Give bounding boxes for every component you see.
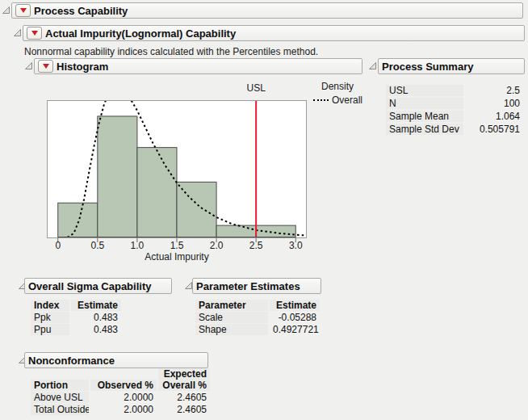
process-capability-header[interactable]: Process Capability: [11, 2, 523, 19]
histogram-bar[interactable]: [177, 182, 216, 237]
index-label: Ppk: [31, 312, 69, 323]
summary-row-label: Sample Std Dev: [386, 124, 463, 135]
x-axis-title: Actual Impurity: [47, 251, 307, 262]
summary-row-value: 2.5: [463, 85, 523, 96]
index-label: Ppu: [31, 324, 69, 335]
x-tick-label: 1.5: [166, 240, 187, 251]
table-header-row: Parameter Estimate: [195, 299, 320, 311]
observed-value: 2.0000: [90, 404, 157, 415]
histogram-bar[interactable]: [216, 225, 256, 237]
nonconformance-title: Nonconformance: [28, 355, 115, 367]
summary-row-value: 100: [463, 98, 523, 109]
disclosure-triangle-icon[interactable]: [368, 61, 377, 70]
expected-value: 2.4605: [158, 392, 210, 403]
table-row: Total Outside 2.0000 2.4605: [31, 403, 210, 415]
overall-sigma-header[interactable]: Overall Sigma Capability: [24, 278, 172, 294]
table-header-row: Portion Observed % Overall %: [31, 379, 210, 391]
histogram-header[interactable]: Histogram: [34, 58, 362, 74]
table-row: Ppk 0.483: [31, 311, 121, 323]
x-tick-label: 3.0: [285, 240, 306, 251]
nonconformance-table: Expected Portion Observed % Overall % Ab…: [31, 368, 210, 415]
nonconformance-header[interactable]: Nonconformance: [24, 352, 208, 368]
overall-sigma-title: Overall Sigma Capability: [28, 280, 151, 292]
legend-entry-overall: Overall: [313, 94, 362, 106]
table-row: Above USL 2.0000 2.4605: [31, 391, 210, 403]
summary-row-label: Sample Mean: [386, 111, 463, 122]
index-value: 0.483: [71, 324, 121, 335]
parameter-label: Scale: [195, 312, 268, 323]
column-header: Index: [31, 300, 69, 311]
red-triangle-menu-icon[interactable]: [38, 60, 53, 73]
histogram-bar[interactable]: [137, 148, 177, 237]
parameter-estimates-title: Parameter Estimates: [196, 280, 300, 292]
portion-label: Total Outside: [31, 404, 89, 415]
legend-title: Density: [313, 81, 362, 92]
density-legend: Density Overall: [313, 81, 362, 106]
disclosure-triangle-icon[interactable]: [13, 28, 22, 37]
histogram-canvas[interactable]: [47, 100, 307, 244]
column-header: Parameter: [195, 300, 268, 311]
disclosure-triangle-icon[interactable]: [24, 61, 33, 70]
column-header: Estimate: [270, 300, 320, 311]
table-header-row: Index Estimate: [31, 299, 121, 311]
histogram-title: Histogram: [57, 61, 108, 73]
process-summary-header[interactable]: Process Summary: [378, 58, 525, 74]
column-header: Observed %: [90, 380, 157, 391]
x-tick-label: 0: [48, 240, 69, 251]
parameter-value: -0.05288: [270, 312, 320, 323]
summary-row-value: 1.064: [463, 111, 523, 122]
table-row: Sample Std Dev 0.505791: [386, 123, 523, 136]
table-row: Sample Mean 1.064: [386, 110, 523, 123]
x-tick-label: 2.0: [206, 240, 227, 251]
legend-entry-label: Overall: [332, 94, 362, 106]
histogram-bar[interactable]: [58, 203, 98, 237]
disclosure-triangle-icon[interactable]: [2, 6, 10, 15]
x-tick-label: 1.0: [127, 240, 148, 251]
column-header: Portion: [31, 380, 89, 391]
portion-label: Above USL: [31, 392, 89, 403]
column-header: Overall %: [158, 380, 210, 391]
red-triangle-menu-icon[interactable]: [27, 27, 42, 40]
expected-value: 2.4605: [158, 404, 210, 415]
histogram-plot[interactable]: [47, 100, 307, 244]
column-header: Estimate: [71, 300, 121, 311]
x-tick-label: 2.5: [245, 240, 266, 251]
observed-value: 2.0000: [90, 392, 157, 403]
table-row: Scale -0.05288: [195, 311, 320, 323]
table-header-row: Expected: [31, 368, 210, 379]
red-triangle-menu-icon[interactable]: [15, 4, 31, 17]
process-summary-table: USL 2.5 N 100 Sample Mean 1.064 Sample S…: [386, 84, 523, 136]
overall-sigma-table: Index Estimate Ppk 0.483 Ppu 0.483: [31, 299, 121, 335]
histogram-bar[interactable]: [98, 116, 137, 237]
summary-row-label: USL: [386, 85, 463, 96]
usl-label: USL: [241, 82, 270, 94]
column-header: Expected: [158, 368, 210, 380]
summary-row-label: N: [386, 98, 463, 109]
index-value: 0.483: [71, 312, 121, 323]
table-row: Ppu 0.483: [31, 323, 121, 335]
summary-row-value: 0.505791: [463, 124, 523, 135]
table-row: USL 2.5: [386, 84, 523, 97]
parameter-label: Shape: [195, 324, 268, 335]
parameter-estimates-header[interactable]: Parameter Estimates: [192, 278, 321, 294]
capability-section-header[interactable]: Actual Impurity(Lognormal) Capability: [23, 25, 525, 41]
section-title: Actual Impurity(Lognormal) Capability: [45, 27, 236, 40]
parameter-estimates-table: Parameter Estimate Scale -0.05288 Shape …: [195, 299, 320, 335]
table-row: Shape 0.4927721: [195, 323, 320, 335]
dotted-line-icon: [313, 99, 329, 101]
table-row: N 100: [386, 97, 523, 110]
page-title: Process Capability: [34, 5, 128, 17]
process-summary-title: Process Summary: [382, 61, 473, 73]
percentiles-method-note: Nonnormal capability indices calculated …: [24, 46, 318, 57]
jmp-report-window: Process Capability Actual Impurity(Logno…: [0, 0, 528, 420]
parameter-value: 0.4927721: [270, 324, 320, 335]
x-tick-label: 0.5: [87, 240, 108, 251]
